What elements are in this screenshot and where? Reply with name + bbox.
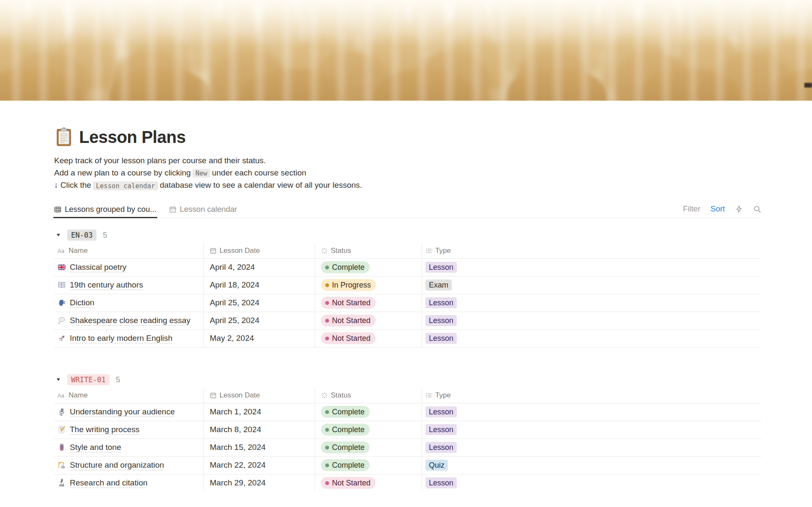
- name-cell[interactable]: Shakespeare close reading essay: [54, 312, 204, 329]
- lesson-title-link[interactable]: Diction: [70, 298, 94, 308]
- table-view-icon: [54, 206, 61, 213]
- status-cell[interactable]: In Progress: [315, 277, 422, 294]
- lesson-title-link[interactable]: The writing process: [70, 425, 140, 435]
- aa-icon: Aa: [58, 248, 66, 254]
- name-cell[interactable]: Diction: [54, 294, 204, 312]
- status-label: Not Started: [332, 299, 370, 307]
- group-row-count: 5: [116, 375, 120, 384]
- lesson-date-cell[interactable]: March 8, 2024: [204, 421, 315, 438]
- status-dot: [325, 410, 329, 414]
- lesson-title-link[interactable]: Shakespeare close reading essay: [70, 315, 190, 326]
- triangle-down-icon[interactable]: [56, 233, 61, 238]
- status-cell[interactable]: Complete: [315, 403, 422, 421]
- lesson-date-cell[interactable]: March 15, 2024: [204, 439, 315, 456]
- name-cell[interactable]: Classical poetry: [54, 259, 204, 276]
- microscope-icon: [58, 479, 66, 487]
- name-cell[interactable]: Research and citation: [54, 474, 204, 491]
- status-cell[interactable]: Not Started: [315, 474, 422, 491]
- group-header: WRITE-015: [54, 372, 761, 387]
- status-badge: Complete: [321, 424, 370, 436]
- status-cell[interactable]: Not Started: [315, 312, 422, 329]
- status-label: Not Started: [332, 479, 370, 488]
- name-cell[interactable]: The writing process: [54, 421, 204, 438]
- name-cell[interactable]: Structure and organization: [54, 457, 204, 474]
- status-cell[interactable]: Not Started: [315, 330, 422, 347]
- status-badge: Not Started: [321, 297, 376, 309]
- type-cell[interactable]: Lesson: [422, 439, 761, 456]
- bolt-icon[interactable]: [735, 205, 743, 213]
- column-header-type[interactable]: Type: [422, 388, 761, 403]
- lesson-date-cell[interactable]: April 18, 2024: [204, 277, 315, 294]
- lesson-title-link[interactable]: Intro to early modern English: [70, 333, 173, 344]
- lesson-date-cell[interactable]: April 4, 2024: [204, 259, 315, 276]
- lesson-date-cell[interactable]: May 2, 2024: [204, 330, 315, 347]
- svg-text:Aa: Aa: [58, 392, 65, 399]
- table-row: Classical poetryApril 4, 2024CompleteLes…: [54, 259, 761, 277]
- status-cell[interactable]: Not Started: [315, 294, 422, 312]
- name-cell[interactable]: Intro to early modern English: [54, 330, 204, 347]
- lesson-title-link[interactable]: Classical poetry: [70, 262, 126, 273]
- type-cell[interactable]: Lesson: [422, 259, 761, 276]
- status-cell[interactable]: Complete: [315, 259, 422, 276]
- type-cell[interactable]: Exam: [422, 277, 761, 294]
- column-header-name[interactable]: AaName: [54, 388, 204, 403]
- status-badge: Complete: [321, 406, 370, 418]
- status-cell[interactable]: Complete: [315, 439, 422, 456]
- status-cell[interactable]: Complete: [315, 457, 422, 474]
- lesson-title-link[interactable]: Structure and organization: [70, 460, 164, 471]
- page-title[interactable]: Lesson Plans: [79, 128, 186, 147]
- type-cell[interactable]: Lesson: [422, 474, 761, 491]
- tab-lesson-calendar[interactable]: Lesson calendar: [169, 203, 237, 218]
- lesson-title-link[interactable]: Style and tone: [70, 442, 121, 453]
- type-badge: Lesson: [425, 442, 457, 453]
- type-cell[interactable]: Quiz: [422, 457, 761, 474]
- type-cell[interactable]: Lesson: [422, 294, 761, 312]
- type-cell[interactable]: Lesson: [422, 312, 761, 329]
- memo-icon: [58, 425, 66, 434]
- tab-lessons-grouped-by-course[interactable]: Lessons grouped by cou...: [54, 203, 156, 218]
- lesson-title-link[interactable]: 19th century authors: [70, 280, 143, 290]
- lesson-title-link[interactable]: Research and citation: [70, 478, 148, 488]
- svg-text:Aa: Aa: [58, 248, 65, 254]
- view-toolbar: Lessons grouped by cou...Lesson calendar…: [54, 203, 761, 218]
- type-cell[interactable]: Lesson: [422, 403, 761, 421]
- name-cell[interactable]: 19th century authors: [54, 277, 204, 294]
- search-icon[interactable]: [753, 205, 761, 213]
- column-header-status[interactable]: Status: [315, 388, 422, 403]
- triangle-down-icon[interactable]: [56, 377, 61, 382]
- status-burst-icon: [321, 392, 328, 399]
- column-label: Status: [331, 247, 351, 255]
- type-badge: Lesson: [425, 262, 457, 273]
- status-badge: Complete: [321, 459, 370, 471]
- column-header-status[interactable]: Status: [315, 244, 422, 258]
- crane-icon: [58, 461, 66, 469]
- type-cell[interactable]: Lesson: [422, 421, 761, 438]
- status-dot: [325, 481, 329, 485]
- course-group-en-03: EN-035AaNameLesson DateStatusTypeClassic…: [54, 227, 761, 348]
- lesson-calendar-mention[interactable]: Lesson calendar: [93, 181, 158, 190]
- sort-button[interactable]: Sort: [710, 204, 725, 214]
- group-name-chip[interactable]: EN-03: [67, 230, 96, 241]
- view-tabs: Lessons grouped by cou...Lesson calendar: [54, 203, 237, 218]
- lesson-date-cell[interactable]: March 22, 2024: [204, 457, 315, 474]
- column-header-lesson-date[interactable]: Lesson Date: [204, 388, 315, 403]
- status-dot: [325, 337, 329, 340]
- grouped-table: EN-035AaNameLesson DateStatusTypeClassic…: [54, 227, 761, 491]
- type-cell[interactable]: Lesson: [422, 330, 761, 347]
- column-header-type[interactable]: Type: [422, 244, 761, 258]
- name-cell[interactable]: Style and tone: [54, 439, 204, 456]
- filter-button[interactable]: Filter: [683, 204, 700, 214]
- lesson-date-cell[interactable]: April 25, 2024: [204, 312, 315, 329]
- clipboard-icon[interactable]: [54, 127, 74, 147]
- lesson-date-cell[interactable]: March 29, 2024: [204, 474, 315, 491]
- lesson-date-cell[interactable]: April 25, 2024: [204, 294, 315, 312]
- lesson-date-cell[interactable]: March 1, 2024: [204, 403, 315, 421]
- table-header-row: AaNameLesson DateStatusType: [54, 388, 761, 403]
- table-row: Structure and organizationMarch 22, 2024…: [54, 457, 761, 474]
- column-header-name[interactable]: AaName: [54, 244, 204, 258]
- status-cell[interactable]: Complete: [315, 421, 422, 438]
- lesson-title-link[interactable]: Understanding your audience: [70, 407, 175, 417]
- column-header-lesson-date[interactable]: Lesson Date: [204, 244, 315, 258]
- name-cell[interactable]: Understanding your audience: [54, 403, 204, 421]
- group-name-chip[interactable]: WRITE-01: [67, 374, 110, 385]
